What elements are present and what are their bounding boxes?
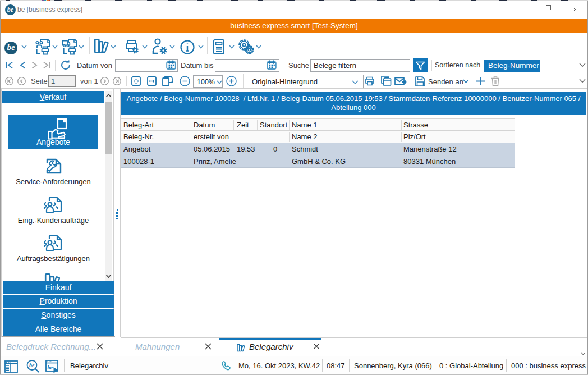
svg-text:be: be [29, 362, 35, 368]
svg-text:be: be [48, 364, 53, 371]
